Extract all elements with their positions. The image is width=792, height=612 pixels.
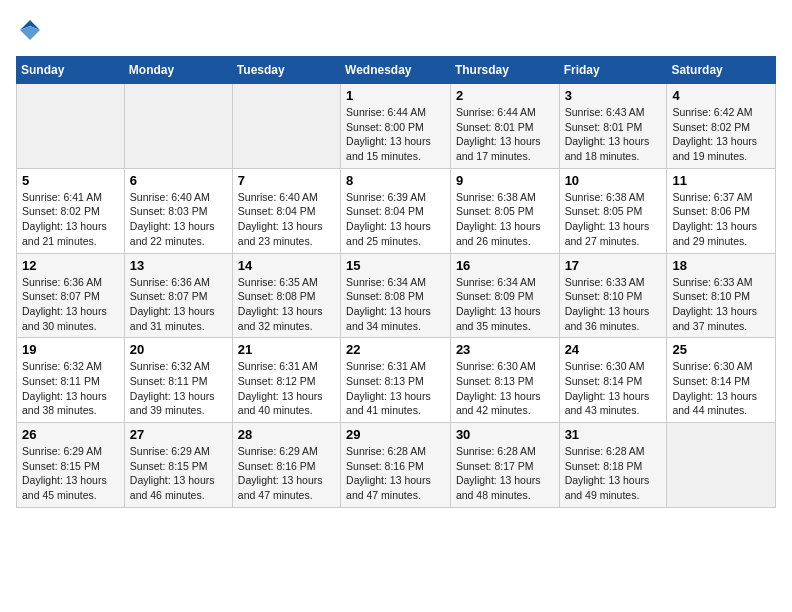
calendar-week-row: 1Sunrise: 6:44 AMSunset: 8:00 PMDaylight… — [17, 84, 776, 169]
day-number: 30 — [456, 427, 554, 442]
calendar-table: SundayMondayTuesdayWednesdayThursdayFrid… — [16, 56, 776, 508]
day-info: Sunrise: 6:34 AMSunset: 8:08 PMDaylight:… — [346, 275, 445, 334]
day-number: 26 — [22, 427, 119, 442]
calendar-cell: 18Sunrise: 6:33 AMSunset: 8:10 PMDayligh… — [667, 253, 776, 338]
day-info: Sunrise: 6:44 AMSunset: 8:00 PMDaylight:… — [346, 105, 445, 164]
calendar-cell: 15Sunrise: 6:34 AMSunset: 8:08 PMDayligh… — [341, 253, 451, 338]
day-number: 6 — [130, 173, 227, 188]
day-info: Sunrise: 6:28 AMSunset: 8:17 PMDaylight:… — [456, 444, 554, 503]
day-number: 5 — [22, 173, 119, 188]
calendar-cell: 12Sunrise: 6:36 AMSunset: 8:07 PMDayligh… — [17, 253, 125, 338]
calendar-cell: 26Sunrise: 6:29 AMSunset: 8:15 PMDayligh… — [17, 423, 125, 508]
calendar-cell: 20Sunrise: 6:32 AMSunset: 8:11 PMDayligh… — [124, 338, 232, 423]
calendar-week-row: 26Sunrise: 6:29 AMSunset: 8:15 PMDayligh… — [17, 423, 776, 508]
day-info: Sunrise: 6:40 AMSunset: 8:04 PMDaylight:… — [238, 190, 335, 249]
day-number: 20 — [130, 342, 227, 357]
calendar-cell: 6Sunrise: 6:40 AMSunset: 8:03 PMDaylight… — [124, 168, 232, 253]
day-number: 14 — [238, 258, 335, 273]
calendar-cell: 11Sunrise: 6:37 AMSunset: 8:06 PMDayligh… — [667, 168, 776, 253]
day-number: 9 — [456, 173, 554, 188]
calendar-cell: 2Sunrise: 6:44 AMSunset: 8:01 PMDaylight… — [450, 84, 559, 169]
day-number: 18 — [672, 258, 770, 273]
day-number: 3 — [565, 88, 662, 103]
day-number: 23 — [456, 342, 554, 357]
day-number: 21 — [238, 342, 335, 357]
day-number: 2 — [456, 88, 554, 103]
calendar-cell: 31Sunrise: 6:28 AMSunset: 8:18 PMDayligh… — [559, 423, 667, 508]
day-info: Sunrise: 6:43 AMSunset: 8:01 PMDaylight:… — [565, 105, 662, 164]
calendar-cell — [232, 84, 340, 169]
day-info: Sunrise: 6:30 AMSunset: 8:13 PMDaylight:… — [456, 359, 554, 418]
day-info: Sunrise: 6:33 AMSunset: 8:10 PMDaylight:… — [672, 275, 770, 334]
day-info: Sunrise: 6:30 AMSunset: 8:14 PMDaylight:… — [672, 359, 770, 418]
calendar-header-row: SundayMondayTuesdayWednesdayThursdayFrid… — [17, 57, 776, 84]
day-number: 25 — [672, 342, 770, 357]
calendar-cell: 13Sunrise: 6:36 AMSunset: 8:07 PMDayligh… — [124, 253, 232, 338]
day-number: 13 — [130, 258, 227, 273]
day-info: Sunrise: 6:34 AMSunset: 8:09 PMDaylight:… — [456, 275, 554, 334]
weekday-header-thursday: Thursday — [450, 57, 559, 84]
weekday-header-friday: Friday — [559, 57, 667, 84]
calendar-cell: 14Sunrise: 6:35 AMSunset: 8:08 PMDayligh… — [232, 253, 340, 338]
calendar-cell: 21Sunrise: 6:31 AMSunset: 8:12 PMDayligh… — [232, 338, 340, 423]
day-number: 1 — [346, 88, 445, 103]
calendar-cell: 19Sunrise: 6:32 AMSunset: 8:11 PMDayligh… — [17, 338, 125, 423]
weekday-header-tuesday: Tuesday — [232, 57, 340, 84]
calendar-cell — [667, 423, 776, 508]
day-number: 8 — [346, 173, 445, 188]
day-number: 10 — [565, 173, 662, 188]
day-info: Sunrise: 6:38 AMSunset: 8:05 PMDaylight:… — [565, 190, 662, 249]
day-number: 17 — [565, 258, 662, 273]
calendar-cell: 1Sunrise: 6:44 AMSunset: 8:00 PMDaylight… — [341, 84, 451, 169]
calendar-week-row: 19Sunrise: 6:32 AMSunset: 8:11 PMDayligh… — [17, 338, 776, 423]
calendar-cell: 8Sunrise: 6:39 AMSunset: 8:04 PMDaylight… — [341, 168, 451, 253]
day-number: 11 — [672, 173, 770, 188]
day-number: 24 — [565, 342, 662, 357]
day-number: 15 — [346, 258, 445, 273]
day-number: 12 — [22, 258, 119, 273]
weekday-header-saturday: Saturday — [667, 57, 776, 84]
day-info: Sunrise: 6:40 AMSunset: 8:03 PMDaylight:… — [130, 190, 227, 249]
calendar-cell: 29Sunrise: 6:28 AMSunset: 8:16 PMDayligh… — [341, 423, 451, 508]
day-info: Sunrise: 6:37 AMSunset: 8:06 PMDaylight:… — [672, 190, 770, 249]
day-info: Sunrise: 6:44 AMSunset: 8:01 PMDaylight:… — [456, 105, 554, 164]
day-info: Sunrise: 6:38 AMSunset: 8:05 PMDaylight:… — [456, 190, 554, 249]
day-info: Sunrise: 6:32 AMSunset: 8:11 PMDaylight:… — [22, 359, 119, 418]
day-info: Sunrise: 6:29 AMSunset: 8:15 PMDaylight:… — [130, 444, 227, 503]
day-number: 7 — [238, 173, 335, 188]
calendar-cell: 4Sunrise: 6:42 AMSunset: 8:02 PMDaylight… — [667, 84, 776, 169]
calendar-cell: 5Sunrise: 6:41 AMSunset: 8:02 PMDaylight… — [17, 168, 125, 253]
calendar-cell: 17Sunrise: 6:33 AMSunset: 8:10 PMDayligh… — [559, 253, 667, 338]
calendar-cell: 23Sunrise: 6:30 AMSunset: 8:13 PMDayligh… — [450, 338, 559, 423]
calendar-cell: 10Sunrise: 6:38 AMSunset: 8:05 PMDayligh… — [559, 168, 667, 253]
day-number: 16 — [456, 258, 554, 273]
weekday-header-sunday: Sunday — [17, 57, 125, 84]
day-info: Sunrise: 6:31 AMSunset: 8:12 PMDaylight:… — [238, 359, 335, 418]
day-info: Sunrise: 6:39 AMSunset: 8:04 PMDaylight:… — [346, 190, 445, 249]
day-number: 29 — [346, 427, 445, 442]
day-info: Sunrise: 6:28 AMSunset: 8:16 PMDaylight:… — [346, 444, 445, 503]
calendar-cell: 24Sunrise: 6:30 AMSunset: 8:14 PMDayligh… — [559, 338, 667, 423]
calendar-cell: 28Sunrise: 6:29 AMSunset: 8:16 PMDayligh… — [232, 423, 340, 508]
calendar-cell: 9Sunrise: 6:38 AMSunset: 8:05 PMDaylight… — [450, 168, 559, 253]
logo-icon — [16, 16, 44, 44]
day-number: 22 — [346, 342, 445, 357]
calendar-cell: 16Sunrise: 6:34 AMSunset: 8:09 PMDayligh… — [450, 253, 559, 338]
weekday-header-wednesday: Wednesday — [341, 57, 451, 84]
calendar-cell: 3Sunrise: 6:43 AMSunset: 8:01 PMDaylight… — [559, 84, 667, 169]
calendar-week-row: 5Sunrise: 6:41 AMSunset: 8:02 PMDaylight… — [17, 168, 776, 253]
day-info: Sunrise: 6:33 AMSunset: 8:10 PMDaylight:… — [565, 275, 662, 334]
day-number: 19 — [22, 342, 119, 357]
logo — [16, 16, 48, 44]
day-info: Sunrise: 6:28 AMSunset: 8:18 PMDaylight:… — [565, 444, 662, 503]
day-info: Sunrise: 6:35 AMSunset: 8:08 PMDaylight:… — [238, 275, 335, 334]
day-number: 4 — [672, 88, 770, 103]
day-info: Sunrise: 6:42 AMSunset: 8:02 PMDaylight:… — [672, 105, 770, 164]
day-number: 31 — [565, 427, 662, 442]
calendar-cell: 7Sunrise: 6:40 AMSunset: 8:04 PMDaylight… — [232, 168, 340, 253]
day-number: 28 — [238, 427, 335, 442]
page-header — [16, 16, 776, 44]
day-info: Sunrise: 6:31 AMSunset: 8:13 PMDaylight:… — [346, 359, 445, 418]
day-info: Sunrise: 6:36 AMSunset: 8:07 PMDaylight:… — [22, 275, 119, 334]
day-info: Sunrise: 6:36 AMSunset: 8:07 PMDaylight:… — [130, 275, 227, 334]
